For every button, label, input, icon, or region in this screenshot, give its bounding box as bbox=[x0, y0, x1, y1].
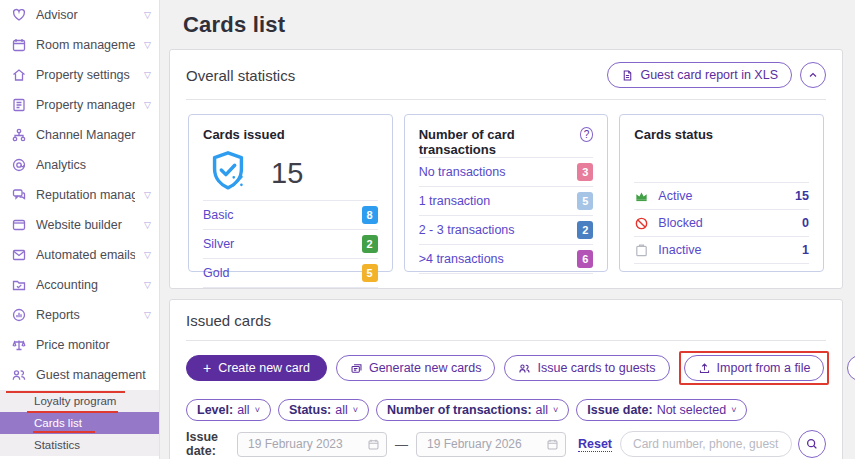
issue-date-from-input[interactable] bbox=[237, 432, 387, 457]
level-link-gold[interactable]: Gold bbox=[203, 266, 229, 280]
transactions-link-one[interactable]: 1 transaction bbox=[419, 194, 491, 208]
sidebar-item-label: Analytics bbox=[36, 158, 153, 172]
sidebar-item-channel-manager[interactable]: Channel Manager bbox=[0, 120, 159, 150]
scales-icon bbox=[10, 337, 27, 354]
level-link-basic[interactable]: Basic bbox=[203, 208, 234, 222]
collapse-panel-button[interactable] bbox=[800, 62, 826, 88]
calendar-icon bbox=[10, 37, 27, 54]
chevron-down-icon: ˅ bbox=[353, 405, 358, 415]
list-item: Basic 8 bbox=[203, 200, 378, 229]
sidebar-item-guest-management[interactable]: Guest management bbox=[0, 360, 159, 390]
chevron-down-icon: ˅ bbox=[255, 405, 260, 415]
export-to-excel-button[interactable]: Export to Excel bbox=[847, 355, 855, 381]
search-icon bbox=[805, 437, 819, 451]
date-search-row: Issue date: — Reset bbox=[170, 421, 842, 458]
sidebar-item-property-management[interactable]: Property management ▽ bbox=[0, 90, 159, 120]
chevron-down-icon: ▽ bbox=[144, 191, 153, 200]
generate-new-cards-button[interactable]: Generate new cards bbox=[336, 355, 496, 381]
search-input[interactable] bbox=[620, 431, 792, 457]
issue-cards-to-guests-label: Issue cards to guests bbox=[537, 361, 655, 375]
chevron-down-icon: ▽ bbox=[144, 281, 153, 290]
card-transactions-card: Number of card transactions ? No transac… bbox=[404, 114, 609, 272]
sidebar-item-price-monitor[interactable]: Price monitor bbox=[0, 330, 159, 360]
sidebar-item-label: Price monitor bbox=[36, 338, 153, 352]
sidebar-item-accounting[interactable]: Accounting ▽ bbox=[0, 270, 159, 300]
divider bbox=[419, 273, 594, 277]
sidebar-item-automated-emails[interactable]: Automated emails ▽ bbox=[0, 240, 159, 270]
transactions-link-none[interactable]: No transactions bbox=[419, 165, 506, 179]
count-badge: 6 bbox=[577, 250, 593, 268]
page-title: Cards list bbox=[183, 12, 855, 38]
chevron-down-icon: ▽ bbox=[144, 311, 153, 320]
envelope-icon bbox=[10, 247, 27, 264]
chevron-down-icon: ˅ bbox=[553, 405, 558, 415]
status-link-active[interactable]: Active bbox=[658, 189, 692, 203]
stat-card-title: Cards status bbox=[634, 127, 713, 142]
sidebar-item-website-builder[interactable]: Website builder ▽ bbox=[0, 210, 159, 240]
sidebar-subitem-statistics[interactable]: Statistics bbox=[0, 434, 159, 456]
issue-date-to-input[interactable] bbox=[416, 432, 566, 457]
annotation-box-import: Import from a file bbox=[679, 351, 830, 385]
sidebar-item-property-settings[interactable]: Property settings ▽ bbox=[0, 60, 159, 90]
cards-issued-total: 15 bbox=[271, 157, 303, 190]
sidebar-item-label: Accounting bbox=[36, 278, 135, 292]
transactions-link-four-plus[interactable]: >4 transactions bbox=[419, 252, 504, 266]
chevron-down-icon: ▽ bbox=[144, 221, 153, 230]
filter-issue-date[interactable]: Issue date: Not selected ˅ bbox=[576, 399, 747, 421]
upload-icon bbox=[698, 362, 711, 375]
filter-level[interactable]: Level: all ˅ bbox=[186, 399, 271, 421]
status-link-blocked[interactable]: Blocked bbox=[658, 216, 702, 230]
create-new-card-label: Create new card bbox=[218, 361, 310, 375]
cards-stack-icon bbox=[350, 362, 363, 375]
sidebar-item-reports[interactable]: Reports ▽ bbox=[0, 300, 159, 330]
sidebar: Advisor ▽ Room management ▽ Property set… bbox=[0, 0, 160, 459]
sidebar-subitem-label: Cards list bbox=[34, 417, 82, 429]
cards-status-card: Cards status Active 15 bbox=[619, 114, 824, 272]
help-icon[interactable]: ? bbox=[580, 127, 594, 142]
search-button[interactable] bbox=[798, 430, 826, 458]
create-new-card-button[interactable]: + Create new card bbox=[186, 355, 327, 381]
guest-card-report-button[interactable]: Guest card report in XLS bbox=[607, 62, 792, 88]
sidebar-submenu: Loyalty program Cards list Statistics bbox=[0, 390, 159, 456]
list-item: Silver 2 bbox=[203, 229, 378, 258]
sidebar-item-label: Automated emails bbox=[36, 248, 135, 262]
people-icon bbox=[10, 367, 27, 384]
issued-cards-toolbar: + Create new card Generate new cards Iss… bbox=[170, 341, 842, 387]
stat-cards-row: Cards issued 15 Basic 8 bbox=[170, 100, 842, 288]
sitemap-icon bbox=[10, 127, 27, 144]
count-badge: 2 bbox=[362, 235, 378, 253]
generate-new-cards-label: Generate new cards bbox=[369, 361, 482, 375]
filter-status[interactable]: Status: all ˅ bbox=[278, 399, 369, 421]
sidebar-item-label: Website builder bbox=[36, 218, 135, 232]
chevron-down-icon: ▽ bbox=[144, 11, 153, 20]
chevron-up-icon bbox=[807, 69, 819, 81]
status-count: 0 bbox=[802, 216, 809, 230]
level-link-silver[interactable]: Silver bbox=[203, 237, 234, 251]
overall-statistics-header: Overall statistics Guest card report in … bbox=[170, 50, 842, 99]
list-item: 2 - 3 transactions 2 bbox=[419, 215, 594, 244]
home-icon bbox=[10, 67, 27, 84]
document-icon bbox=[10, 97, 27, 114]
sidebar-subitem-loyalty-program[interactable]: Loyalty program bbox=[0, 390, 159, 412]
crown-icon bbox=[634, 188, 650, 204]
plus-icon: + bbox=[203, 361, 211, 375]
chevron-down-icon: ▽ bbox=[144, 101, 153, 110]
sidebar-item-room-management[interactable]: Room management ▽ bbox=[0, 30, 159, 60]
sidebar-item-analytics[interactable]: Analytics bbox=[0, 150, 159, 180]
divider bbox=[203, 287, 378, 291]
sidebar-item-label: Guest management bbox=[36, 368, 153, 382]
date-range-dash: — bbox=[395, 437, 408, 452]
import-from-file-button[interactable]: Import from a file bbox=[684, 355, 825, 381]
heart-icon bbox=[10, 7, 27, 24]
transactions-link-two-three[interactable]: 2 - 3 transactions bbox=[419, 223, 515, 237]
status-link-inactive[interactable]: Inactive bbox=[658, 243, 701, 257]
chevron-down-icon: ˅ bbox=[731, 405, 736, 415]
status-count: 15 bbox=[795, 189, 809, 203]
sidebar-item-reputation-manager[interactable]: Reputation manager ▽ bbox=[0, 180, 159, 210]
chat-icon bbox=[10, 187, 27, 204]
blocked-icon bbox=[634, 215, 650, 231]
filter-number-of-transactions[interactable]: Number of transactions: all ˅ bbox=[376, 399, 569, 421]
issue-cards-to-guests-button[interactable]: Issue cards to guests bbox=[504, 355, 669, 381]
sidebar-item-advisor[interactable]: Advisor ▽ bbox=[0, 0, 159, 30]
reset-link[interactable]: Reset bbox=[578, 437, 612, 452]
